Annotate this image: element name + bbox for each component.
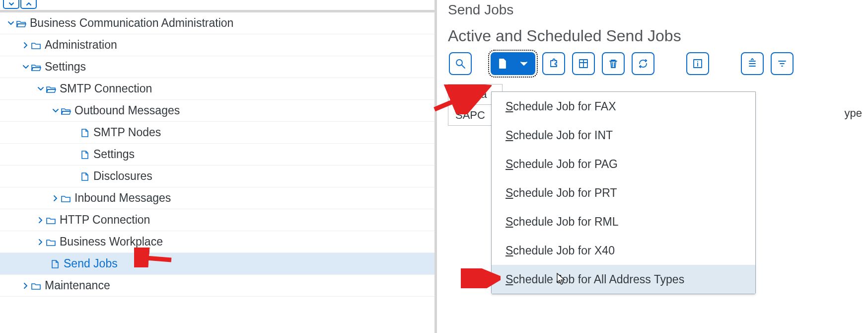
tree-top-strip <box>0 0 434 12</box>
expand-all-button[interactable] <box>20 0 37 9</box>
new-job-split-button[interactable] <box>491 52 535 75</box>
collapse-all-button[interactable] <box>3 0 19 9</box>
tree-label: Send Jobs <box>64 257 118 270</box>
folder-open-icon <box>16 18 27 28</box>
tree-label: Settings <box>45 60 86 74</box>
expand-toggle-icon[interactable] <box>36 84 46 94</box>
expand-toggle-icon[interactable] <box>6 18 16 28</box>
expand-toggle-icon[interactable] <box>36 215 46 225</box>
schedule-job-option[interactable]: Schedule Job for INT <box>492 121 755 150</box>
column-header-fragment: ype <box>845 107 862 120</box>
filter-button[interactable] <box>771 52 794 75</box>
schedule-job-option[interactable]: Schedule Job for FAX <box>492 92 755 121</box>
schedule-job-option[interactable]: Schedule Job for RML <box>492 207 755 236</box>
columns-button[interactable] <box>572 52 595 75</box>
section-title: Active and Scheduled Send Jobs <box>448 27 868 52</box>
tree-node-settings-leaf[interactable]: Settings <box>0 144 434 166</box>
document-icon <box>79 171 90 181</box>
sort-button[interactable] <box>741 52 764 75</box>
tree-node-send-jobs[interactable]: Send Jobs <box>0 253 434 275</box>
tree-label: SMTP Nodes <box>93 126 161 139</box>
tree-label: Disclosures <box>93 169 152 183</box>
tree-node-smtp-nodes[interactable]: SMTP Nodes <box>0 122 434 144</box>
tree-node-business-workplace[interactable]: Business Workplace <box>0 231 434 253</box>
document-icon <box>79 128 90 138</box>
document-icon <box>79 150 90 160</box>
new-document-icon[interactable] <box>492 58 513 70</box>
tree-label: Business Communication Administration <box>30 16 233 30</box>
tree-node-bca-root[interactable]: Business Communication Administration <box>0 12 434 34</box>
expand-toggle-icon[interactable] <box>51 193 61 203</box>
refresh-button[interactable] <box>632 52 654 75</box>
addons-button[interactable] <box>542 52 565 75</box>
view-title: Send Jobs <box>448 0 868 27</box>
tree-label: Outbound Messages <box>74 104 180 117</box>
tree-label: Settings <box>93 148 135 161</box>
tree-node-maintenance[interactable]: Maintenance <box>0 275 434 297</box>
tree-node-inbound-messages[interactable]: Inbound Messages <box>0 187 434 209</box>
folder-icon <box>31 40 42 50</box>
tree-node-administration[interactable]: Administration <box>0 34 434 56</box>
schedule-job-option[interactable]: Schedule Job for All Address Types <box>492 265 755 294</box>
folder-icon <box>46 237 57 247</box>
tree-label: Business Workplace <box>60 235 163 249</box>
schedule-job-option[interactable]: Schedule Job for PRT <box>492 178 755 207</box>
folder-icon <box>61 193 72 203</box>
expand-toggle-icon[interactable] <box>21 281 31 291</box>
tree-node-outbound-messages[interactable]: Outbound Messages <box>0 100 434 122</box>
info-button[interactable] <box>686 52 709 75</box>
jobs-toolbar <box>448 52 868 75</box>
expand-toggle-icon[interactable] <box>21 40 31 50</box>
navigation-tree-pane: Business Communication Administration Ad… <box>0 0 437 333</box>
search-button[interactable] <box>449 52 472 75</box>
folder-open-icon <box>31 62 42 72</box>
folder-icon <box>31 281 42 291</box>
dropdown-toggle-icon[interactable] <box>513 58 534 70</box>
schedule-job-option[interactable]: Schedule Job for PAG <box>492 150 755 178</box>
tree-label: Inbound Messages <box>74 191 171 205</box>
folder-open-icon <box>61 106 72 116</box>
tree-node-http-connection[interactable]: HTTP Connection <box>0 209 434 231</box>
schedule-job-dropdown[interactable]: Schedule Job for FAXSchedule Job for INT… <box>491 91 756 294</box>
tree-label: Administration <box>45 38 117 52</box>
navigation-tree[interactable]: Business Communication Administration Ad… <box>0 12 434 333</box>
expand-toggle-icon[interactable] <box>51 106 61 116</box>
delete-button[interactable] <box>602 52 625 75</box>
tree-node-disclosures[interactable]: Disclosures <box>0 166 434 187</box>
folder-open-icon <box>46 84 57 94</box>
tree-label: HTTP Connection <box>60 213 150 227</box>
document-icon <box>50 259 61 269</box>
schedule-job-option[interactable]: Schedule Job for X40 <box>492 236 755 265</box>
tree-node-smtp-connection[interactable]: SMTP Connection <box>0 78 434 100</box>
folder-icon <box>46 215 57 225</box>
expand-toggle-icon[interactable] <box>36 237 46 247</box>
tree-label: Maintenance <box>45 279 110 292</box>
tree-node-settings[interactable]: Settings <box>0 56 434 78</box>
expand-toggle-icon[interactable] <box>21 62 31 72</box>
tree-label: SMTP Connection <box>60 82 152 95</box>
